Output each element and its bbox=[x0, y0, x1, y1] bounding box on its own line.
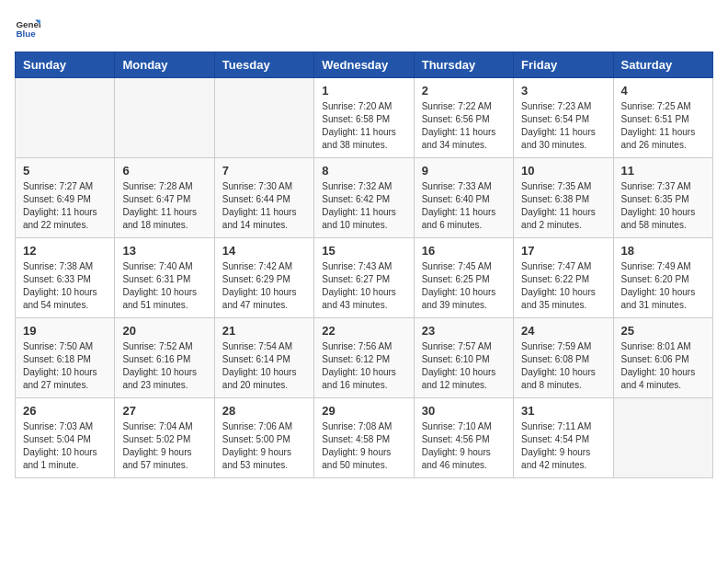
calendar-week-row: 26Sunrise: 7:03 AM Sunset: 5:04 PM Dayli… bbox=[16, 398, 713, 478]
day-info: Sunrise: 7:32 AM Sunset: 6:42 PM Dayligh… bbox=[322, 180, 405, 232]
calendar-cell: 18Sunrise: 7:49 AM Sunset: 6:20 PM Dayli… bbox=[613, 238, 712, 318]
calendar-cell bbox=[613, 398, 712, 478]
day-number: 16 bbox=[422, 244, 506, 258]
day-number: 27 bbox=[122, 404, 206, 418]
day-info: Sunrise: 7:57 AM Sunset: 6:10 PM Dayligh… bbox=[422, 340, 506, 392]
weekday-header-thursday: Thursday bbox=[414, 52, 513, 78]
calendar-cell: 6Sunrise: 7:28 AM Sunset: 6:47 PM Daylig… bbox=[115, 158, 214, 238]
day-number: 26 bbox=[23, 404, 107, 418]
day-info: Sunrise: 7:30 AM Sunset: 6:44 PM Dayligh… bbox=[222, 180, 306, 232]
day-number: 20 bbox=[122, 324, 206, 338]
day-number: 2 bbox=[422, 84, 506, 98]
calendar-cell: 10Sunrise: 7:35 AM Sunset: 6:38 PM Dayli… bbox=[514, 158, 613, 238]
day-number: 14 bbox=[222, 244, 306, 258]
calendar-cell: 15Sunrise: 7:43 AM Sunset: 6:27 PM Dayli… bbox=[314, 238, 414, 318]
calendar-week-row: 12Sunrise: 7:38 AM Sunset: 6:33 PM Dayli… bbox=[16, 238, 713, 318]
calendar-header-row: SundayMondayTuesdayWednesdayThursdayFrid… bbox=[16, 52, 713, 78]
calendar-cell: 2Sunrise: 7:22 AM Sunset: 6:56 PM Daylig… bbox=[414, 78, 513, 158]
day-number: 12 bbox=[23, 244, 107, 258]
day-number: 17 bbox=[521, 244, 605, 258]
day-info: Sunrise: 7:52 AM Sunset: 6:16 PM Dayligh… bbox=[122, 340, 206, 392]
calendar-cell: 3Sunrise: 7:23 AM Sunset: 6:54 PM Daylig… bbox=[514, 78, 613, 158]
day-info: Sunrise: 7:20 AM Sunset: 6:58 PM Dayligh… bbox=[322, 100, 405, 152]
day-info: Sunrise: 7:11 AM Sunset: 4:54 PM Dayligh… bbox=[521, 420, 605, 472]
weekday-header-saturday: Saturday bbox=[613, 52, 712, 78]
calendar-cell: 28Sunrise: 7:06 AM Sunset: 5:00 PM Dayli… bbox=[214, 398, 313, 478]
calendar-cell: 4Sunrise: 7:25 AM Sunset: 6:51 PM Daylig… bbox=[613, 78, 712, 158]
day-info: Sunrise: 7:23 AM Sunset: 6:54 PM Dayligh… bbox=[521, 100, 605, 152]
day-info: Sunrise: 7:43 AM Sunset: 6:27 PM Dayligh… bbox=[322, 260, 405, 312]
day-info: Sunrise: 7:49 AM Sunset: 6:20 PM Dayligh… bbox=[621, 260, 705, 312]
day-info: Sunrise: 7:25 AM Sunset: 6:51 PM Dayligh… bbox=[621, 100, 705, 152]
day-info: Sunrise: 7:08 AM Sunset: 4:58 PM Dayligh… bbox=[322, 420, 405, 472]
day-info: Sunrise: 7:45 AM Sunset: 6:25 PM Dayligh… bbox=[422, 260, 506, 312]
day-number: 15 bbox=[322, 244, 405, 258]
day-number: 1 bbox=[322, 84, 405, 98]
svg-text:Blue: Blue bbox=[16, 29, 36, 39]
calendar-cell bbox=[16, 78, 115, 158]
page-header: General Blue bbox=[15, 15, 713, 40]
logo: General Blue bbox=[15, 15, 44, 40]
weekday-header-monday: Monday bbox=[115, 52, 214, 78]
weekday-header-wednesday: Wednesday bbox=[314, 52, 414, 78]
day-number: 22 bbox=[322, 324, 405, 338]
calendar-cell: 17Sunrise: 7:47 AM Sunset: 6:22 PM Dayli… bbox=[514, 238, 613, 318]
calendar-cell: 7Sunrise: 7:30 AM Sunset: 6:44 PM Daylig… bbox=[214, 158, 313, 238]
day-info: Sunrise: 7:27 AM Sunset: 6:49 PM Dayligh… bbox=[23, 180, 107, 232]
weekday-header-tuesday: Tuesday bbox=[214, 52, 313, 78]
calendar-cell: 12Sunrise: 7:38 AM Sunset: 6:33 PM Dayli… bbox=[16, 238, 115, 318]
day-number: 9 bbox=[422, 164, 506, 178]
calendar-cell bbox=[115, 78, 214, 158]
day-number: 30 bbox=[422, 404, 506, 418]
calendar-cell: 31Sunrise: 7:11 AM Sunset: 4:54 PM Dayli… bbox=[514, 398, 613, 478]
day-number: 6 bbox=[122, 164, 206, 178]
day-info: Sunrise: 7:37 AM Sunset: 6:35 PM Dayligh… bbox=[621, 180, 705, 232]
day-number: 3 bbox=[521, 84, 605, 98]
day-number: 29 bbox=[322, 404, 405, 418]
day-number: 24 bbox=[521, 324, 605, 338]
day-number: 31 bbox=[521, 404, 605, 418]
calendar-cell: 29Sunrise: 7:08 AM Sunset: 4:58 PM Dayli… bbox=[314, 398, 414, 478]
day-number: 4 bbox=[621, 84, 705, 98]
calendar-cell: 23Sunrise: 7:57 AM Sunset: 6:10 PM Dayli… bbox=[414, 318, 513, 398]
calendar-cell: 13Sunrise: 7:40 AM Sunset: 6:31 PM Dayli… bbox=[115, 238, 214, 318]
calendar-cell bbox=[214, 78, 313, 158]
calendar-cell: 21Sunrise: 7:54 AM Sunset: 6:14 PM Dayli… bbox=[214, 318, 313, 398]
day-info: Sunrise: 7:42 AM Sunset: 6:29 PM Dayligh… bbox=[222, 260, 306, 312]
day-number: 23 bbox=[422, 324, 506, 338]
calendar-cell: 5Sunrise: 7:27 AM Sunset: 6:49 PM Daylig… bbox=[16, 158, 115, 238]
calendar-cell: 19Sunrise: 7:50 AM Sunset: 6:18 PM Dayli… bbox=[16, 318, 115, 398]
day-number: 7 bbox=[222, 164, 306, 178]
weekday-header-sunday: Sunday bbox=[16, 52, 115, 78]
day-number: 13 bbox=[122, 244, 206, 258]
day-info: Sunrise: 7:33 AM Sunset: 6:40 PM Dayligh… bbox=[422, 180, 506, 232]
calendar-cell: 25Sunrise: 8:01 AM Sunset: 6:06 PM Dayli… bbox=[613, 318, 712, 398]
day-info: Sunrise: 7:10 AM Sunset: 4:56 PM Dayligh… bbox=[422, 420, 506, 472]
day-info: Sunrise: 7:35 AM Sunset: 6:38 PM Dayligh… bbox=[521, 180, 605, 232]
day-number: 19 bbox=[23, 324, 107, 338]
calendar-cell: 20Sunrise: 7:52 AM Sunset: 6:16 PM Dayli… bbox=[115, 318, 214, 398]
calendar-cell: 24Sunrise: 7:59 AM Sunset: 6:08 PM Dayli… bbox=[514, 318, 613, 398]
day-number: 8 bbox=[322, 164, 405, 178]
day-number: 5 bbox=[23, 164, 107, 178]
day-info: Sunrise: 7:03 AM Sunset: 5:04 PM Dayligh… bbox=[23, 420, 107, 472]
calendar-cell: 1Sunrise: 7:20 AM Sunset: 6:58 PM Daylig… bbox=[314, 78, 414, 158]
calendar-week-row: 5Sunrise: 7:27 AM Sunset: 6:49 PM Daylig… bbox=[16, 158, 713, 238]
calendar-week-row: 1Sunrise: 7:20 AM Sunset: 6:58 PM Daylig… bbox=[16, 78, 713, 158]
day-info: Sunrise: 7:38 AM Sunset: 6:33 PM Dayligh… bbox=[23, 260, 107, 312]
day-info: Sunrise: 7:59 AM Sunset: 6:08 PM Dayligh… bbox=[521, 340, 605, 392]
day-info: Sunrise: 7:54 AM Sunset: 6:14 PM Dayligh… bbox=[222, 340, 306, 392]
day-info: Sunrise: 7:56 AM Sunset: 6:12 PM Dayligh… bbox=[322, 340, 405, 392]
calendar-cell: 30Sunrise: 7:10 AM Sunset: 4:56 PM Dayli… bbox=[414, 398, 513, 478]
day-info: Sunrise: 7:06 AM Sunset: 5:00 PM Dayligh… bbox=[222, 420, 306, 472]
calendar-cell: 8Sunrise: 7:32 AM Sunset: 6:42 PM Daylig… bbox=[314, 158, 414, 238]
day-info: Sunrise: 7:28 AM Sunset: 6:47 PM Dayligh… bbox=[122, 180, 206, 232]
day-info: Sunrise: 7:47 AM Sunset: 6:22 PM Dayligh… bbox=[521, 260, 605, 312]
calendar-cell: 9Sunrise: 7:33 AM Sunset: 6:40 PM Daylig… bbox=[414, 158, 513, 238]
calendar-cell: 11Sunrise: 7:37 AM Sunset: 6:35 PM Dayli… bbox=[613, 158, 712, 238]
day-info: Sunrise: 8:01 AM Sunset: 6:06 PM Dayligh… bbox=[621, 340, 705, 392]
weekday-header-friday: Friday bbox=[514, 52, 613, 78]
day-number: 18 bbox=[621, 244, 705, 258]
day-info: Sunrise: 7:22 AM Sunset: 6:56 PM Dayligh… bbox=[422, 100, 506, 152]
calendar-cell: 16Sunrise: 7:45 AM Sunset: 6:25 PM Dayli… bbox=[414, 238, 513, 318]
